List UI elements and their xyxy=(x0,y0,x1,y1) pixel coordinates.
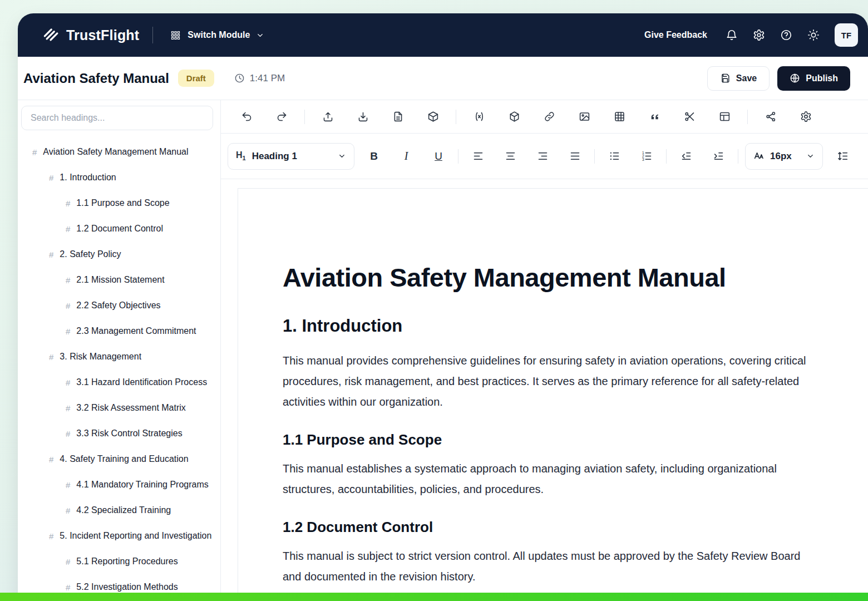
undo-button[interactable] xyxy=(234,106,259,128)
align-left-icon xyxy=(472,150,484,162)
sidebar-heading-item[interactable]: #2. Safety Policy xyxy=(18,242,220,267)
cube-icon xyxy=(509,111,520,122)
sidebar-heading-item[interactable]: #1.1 Purpose and Scope xyxy=(18,190,220,216)
doc-p[interactable]: This manual is subject to strict version… xyxy=(283,546,817,587)
sidebar-heading-item[interactable]: #1.2 Document Control xyxy=(18,216,220,242)
doc-h3[interactable]: 1.1 Purpose and Scope xyxy=(283,431,835,449)
bullet-list-button[interactable] xyxy=(601,144,627,169)
sidebar-heading-item[interactable]: #Aviation Safety Management Manual xyxy=(18,139,220,165)
bell-icon xyxy=(726,29,738,41)
italic-button[interactable]: I xyxy=(393,144,419,169)
navbar-right: Give Feedback TF xyxy=(641,23,858,47)
sidebar-heading-item[interactable]: #2.1 Mission Statement xyxy=(18,267,220,293)
font-size-select[interactable]: 16px xyxy=(745,143,823,170)
help-button[interactable] xyxy=(780,29,792,41)
redo-button[interactable] xyxy=(269,106,294,128)
publish-button[interactable]: Publish xyxy=(777,66,850,91)
align-right-button[interactable] xyxy=(530,144,555,169)
bold-button[interactable]: B xyxy=(361,144,387,169)
doc-p[interactable]: This manual establishes a systematic app… xyxy=(283,459,817,500)
sidebar-heading-item[interactable]: #5. Incident Reporting and Investigation xyxy=(18,523,220,549)
editor-page[interactable]: Aviation Safety Management Manual1. Intr… xyxy=(238,188,868,601)
import-button[interactable] xyxy=(351,106,375,128)
hash-icon: # xyxy=(49,250,53,259)
timestamp-label: 1:41 PM xyxy=(250,73,285,84)
hash-icon: # xyxy=(66,275,70,285)
blockquote-button[interactable] xyxy=(642,106,667,128)
doc-h1[interactable]: Aviation Safety Management Manual xyxy=(283,262,835,293)
hash-icon: # xyxy=(66,557,70,566)
editor-action-toolbar xyxy=(221,100,868,134)
line-spacing-icon xyxy=(837,150,849,162)
hash-icon: # xyxy=(66,403,70,413)
align-justify-button[interactable] xyxy=(562,144,588,169)
sidebar-heading-label: 2.2 Safety Objectives xyxy=(76,300,160,311)
sidebar-heading-item[interactable]: #3.3 Risk Control Strategies xyxy=(18,421,220,446)
switch-module-button[interactable]: Switch Module xyxy=(166,29,268,42)
grid-icon xyxy=(614,111,625,122)
sidebar-heading-item[interactable]: #4.2 Specialized Training xyxy=(18,497,220,523)
package-button[interactable] xyxy=(421,106,445,128)
brand-name: TrustFlight xyxy=(66,27,139,43)
line-spacing-button[interactable] xyxy=(830,144,855,169)
settings-button[interactable] xyxy=(753,29,765,41)
align-center-button[interactable] xyxy=(497,144,523,169)
doc-h2[interactable]: 1. Introduction xyxy=(283,316,835,336)
align-left-button[interactable] xyxy=(465,144,491,169)
insert-image-button[interactable] xyxy=(572,106,596,128)
hash-icon: # xyxy=(66,378,70,387)
underline-button[interactable]: U xyxy=(426,144,451,169)
align-center-icon xyxy=(505,150,516,162)
insert-grid-button[interactable] xyxy=(607,106,632,128)
bottom-accent-bar xyxy=(0,593,868,601)
hash-icon: # xyxy=(49,531,53,541)
h1-icon: H1 xyxy=(236,150,246,161)
hash-icon: # xyxy=(66,429,70,439)
embed-button[interactable] xyxy=(502,106,526,128)
text-color-button[interactable]: T xyxy=(862,144,868,169)
toolbar-divider xyxy=(666,149,667,164)
sidebar-heading-item[interactable]: #4.1 Mandatory Training Programs xyxy=(18,472,220,497)
block-format-select[interactable]: H1 Heading 1 xyxy=(228,143,354,170)
cut-button[interactable] xyxy=(677,106,702,128)
sidebar-heading-item[interactable]: #5.1 Reporting Procedures xyxy=(18,549,220,574)
document-template-button[interactable] xyxy=(386,106,410,128)
sidebar-heading-item[interactable]: #1. Introduction xyxy=(18,165,220,190)
sidebar-heading-label: 2. Safety Policy xyxy=(60,249,121,259)
hash-icon: # xyxy=(66,480,70,490)
save-icon xyxy=(720,73,731,83)
editor-settings-button[interactable] xyxy=(793,106,818,128)
user-avatar[interactable]: TF xyxy=(835,23,858,47)
doc-p[interactable]: This manual provides comprehensive guide… xyxy=(283,351,817,412)
export-button[interactable] xyxy=(315,106,340,128)
chevron-down-icon xyxy=(256,31,264,40)
sidebar-heading-item[interactable]: #2.2 Safety Objectives xyxy=(18,293,220,318)
hash-icon: # xyxy=(66,327,70,336)
indent-button[interactable] xyxy=(706,144,731,169)
give-feedback-button[interactable]: Give Feedback xyxy=(641,29,711,41)
doc-h3[interactable]: 1.2 Document Control xyxy=(283,519,835,536)
sidebar-heading-item[interactable]: #3.2 Risk Assessment Matrix xyxy=(18,395,220,421)
hash-icon: # xyxy=(49,352,53,362)
navbar-left: TrustFlight Switch Module xyxy=(42,27,268,43)
sidebar-heading-label: 5. Incident Reporting and Investigation xyxy=(60,531,211,541)
sidebar-heading-item[interactable]: #3.1 Hazard Identification Process xyxy=(18,370,220,395)
sidebar-heading-item[interactable]: #4. Safety Training and Education xyxy=(18,446,220,472)
align-right-icon xyxy=(537,150,549,162)
search-headings-input[interactable] xyxy=(21,106,213,130)
sidebar-heading-item[interactable]: #3. Risk Management xyxy=(18,344,220,370)
theme-toggle-button[interactable] xyxy=(807,29,820,41)
notifications-button[interactable] xyxy=(726,29,738,41)
module-grid-icon xyxy=(170,29,181,41)
variable-button[interactable] xyxy=(467,106,491,128)
insert-link-button[interactable] xyxy=(537,106,561,128)
outdent-button[interactable] xyxy=(673,144,699,169)
save-button[interactable]: Save xyxy=(707,66,770,91)
sidebar-heading-item[interactable]: #2.3 Management Commitment xyxy=(18,318,220,344)
hash-icon: # xyxy=(66,583,70,592)
toolbar-divider xyxy=(304,110,305,124)
ordered-list-button[interactable] xyxy=(634,144,659,169)
redo-icon xyxy=(276,111,288,122)
insert-table-button[interactable] xyxy=(712,106,737,128)
share-button[interactable] xyxy=(758,106,783,128)
